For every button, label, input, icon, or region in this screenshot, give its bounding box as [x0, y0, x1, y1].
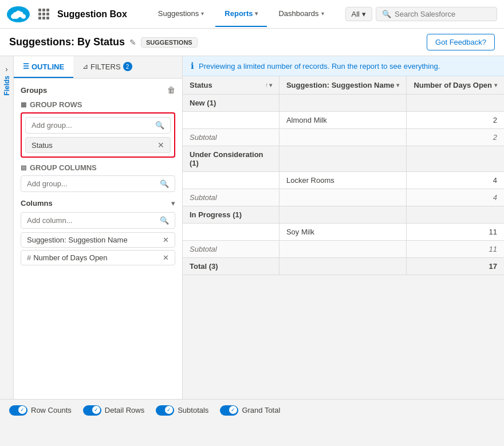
page-title: Suggestions: By Status — [9, 36, 125, 48]
info-message: Previewing a limited number of records. … — [199, 62, 440, 71]
suggestion-name-dropdown-icon[interactable]: ▾ — [396, 82, 399, 88]
filter-count-badge: 2 — [123, 62, 132, 71]
days-open-dropdown-icon[interactable]: ▾ — [494, 82, 497, 88]
table-row: Subtotal 2 — [183, 129, 504, 146]
subtotal-new-days: 2 — [407, 129, 504, 146]
panel-content: Groups 🗑 ▦ GROUP ROWS Add group... 🔍 Sta… — [14, 79, 182, 399]
report-table: Status ↑ ▾ Suggestion: Suggestion Name ▾ — [183, 76, 504, 399]
locker-rooms-cell: Locker Rooms — [279, 172, 407, 189]
tab-filters[interactable]: ⊿ FILTERS 2 — [73, 56, 141, 78]
col-suggestion-name: Suggestion: Suggestion Name ▾ — [279, 76, 407, 95]
table-row: Total (3) 17 — [183, 258, 504, 275]
main-nav: Suggestions ▾ Reports ▾ Dashboards ▾ — [149, 2, 333, 27]
title-bar: Suggestions: By Status ✎ SUGGESTIONS Got… — [0, 29, 504, 56]
panel-tabs: ☰ OUTLINE ⊿ FILTERS 2 — [14, 56, 182, 79]
grand-total-toggle-item: Grand Total — [220, 405, 280, 416]
soy-milk-cell: Soy Milk — [279, 224, 407, 241]
search-input[interactable] — [395, 10, 491, 18]
table-row: Subtotal 11 — [183, 241, 504, 258]
add-group-rows-input[interactable]: Add group... 🔍 — [25, 117, 171, 134]
tab-outline[interactable]: ☰ OUTLINE — [14, 56, 73, 78]
all-chevron-icon: ▾ — [362, 10, 366, 18]
subtotal-consideration-label: Subtotal — [183, 189, 279, 206]
table-row: Almond Milk 2 — [183, 112, 504, 129]
remove-column-0-button[interactable]: ✕ — [163, 236, 169, 244]
nav-suggestions[interactable]: Suggestions ▾ — [149, 2, 214, 27]
subtotals-label: Subtotals — [178, 406, 208, 414]
col-status: Status ↑ ▾ — [183, 76, 279, 95]
table-row: Soy Milk 11 — [183, 224, 504, 241]
app-name: Suggestion Box — [57, 9, 127, 19]
reports-chevron-icon: ▾ — [255, 10, 258, 17]
col-days-open: Number of Days Open ▾ — [407, 76, 504, 95]
bottom-bar: Row Counts Detail Rows Subtotals Grand T… — [0, 399, 504, 421]
group-new-label: New (1) — [183, 95, 279, 112]
nav-reports[interactable]: Reports ▾ — [215, 2, 267, 27]
subtotal-inprogress-days: 11 — [407, 241, 504, 258]
status-dropdown-icon[interactable]: ▾ — [269, 82, 272, 88]
app-switcher[interactable] — [36, 6, 52, 22]
detail-rows-toggle[interactable] — [83, 405, 101, 416]
search-column-icon: 🔍 — [160, 216, 169, 225]
group-columns-table-icon: ▤ — [21, 164, 26, 171]
group-rows-label: ▦ GROUP ROWS — [21, 100, 175, 109]
top-navigation: Suggestion Box Suggestions ▾ Reports ▾ D… — [0, 0, 504, 29]
almond-milk-days: 2 — [407, 112, 504, 129]
fields-panel-toggle[interactable]: › Fields — [0, 56, 14, 399]
main-layout: › Fields ☰ OUTLINE ⊿ FILTERS 2 Groups 🗑 — [0, 56, 504, 399]
table-row: Locker Rooms 4 — [183, 172, 504, 189]
group-rows-table-icon: ▦ — [21, 101, 26, 108]
table-row: In Progress (1) — [183, 206, 504, 224]
group-columns-label: ▤ GROUP COLUMNS — [21, 163, 175, 172]
grand-total-label: Grand Total — [242, 406, 280, 414]
subtotal-inprogress-label: Subtotal — [183, 241, 279, 258]
table-row: Under Consideration (1) — [183, 146, 504, 172]
status-sort-icon: ↑ — [265, 82, 268, 88]
search-bar[interactable]: 🔍 — [376, 7, 497, 21]
nav-dashboards[interactable]: Dashboards ▾ — [269, 2, 333, 27]
group-consideration-label: Under Consideration (1) — [183, 146, 279, 172]
row-counts-toggle-item: Row Counts — [9, 405, 72, 416]
svg-point-4 — [16, 10, 21, 15]
almond-milk-cell: Almond Milk — [279, 112, 407, 129]
group-inprogress-label: In Progress (1) — [183, 206, 279, 224]
remove-column-1-button[interactable]: ✕ — [163, 253, 169, 262]
salesforce-logo[interactable] — [7, 6, 30, 22]
report-type-badge: SUGGESTIONS — [141, 37, 198, 48]
detail-rows-toggle-item: Detail Rows — [83, 405, 144, 416]
row-counts-label: Row Counts — [31, 406, 72, 414]
row-counts-toggle[interactable] — [9, 405, 27, 416]
column-suggestion-name: Suggestion: Suggestion Name ✕ — [21, 232, 175, 248]
dashboards-chevron-icon: ▾ — [321, 10, 324, 17]
search-group-col-icon: 🔍 — [160, 179, 169, 188]
column-days-open: #Number of Days Open ✕ — [21, 250, 175, 265]
edit-icon[interactable]: ✎ — [129, 38, 136, 47]
table-row: Subtotal 4 — [183, 189, 504, 206]
total-days: 17 — [407, 258, 504, 275]
remove-status-group-button[interactable]: ✕ — [158, 140, 164, 150]
locker-rooms-days: 4 — [407, 172, 504, 189]
data-table: Status ↑ ▾ Suggestion: Suggestion Name ▾ — [183, 76, 504, 275]
add-column-input[interactable]: Add column... 🔍 — [21, 212, 175, 229]
groups-section-title: Groups — [21, 86, 47, 95]
columns-section-header: Columns ▾ — [21, 199, 175, 208]
subtotals-toggle[interactable] — [156, 405, 174, 416]
table-row: New (1) — [183, 95, 504, 112]
total-label: Total (3) — [183, 258, 279, 275]
status-group-tag: Status ✕ — [25, 137, 171, 153]
soy-milk-days: 11 — [407, 224, 504, 241]
feedback-button[interactable]: Got Feedback? — [427, 34, 495, 50]
fields-arrow-icon: › — [6, 65, 8, 73]
groups-delete-icon[interactable]: 🗑 — [167, 85, 175, 95]
left-panel: ☰ OUTLINE ⊿ FILTERS 2 Groups 🗑 ▦ GROUP R… — [14, 56, 183, 399]
suggestions-chevron-icon: ▾ — [201, 10, 204, 17]
group-rows-box: Add group... 🔍 Status ✕ — [21, 112, 175, 158]
all-dropdown[interactable]: All ▾ — [345, 7, 372, 21]
grand-total-toggle[interactable] — [220, 405, 238, 416]
search-icon: 🔍 — [382, 10, 391, 18]
columns-expand-icon[interactable]: ▾ — [171, 199, 175, 208]
info-icon: ℹ — [191, 61, 194, 71]
search-area: All ▾ 🔍 — [341, 7, 497, 21]
filter-icon: ⊿ — [82, 62, 88, 71]
add-group-columns-input[interactable]: Add group... 🔍 — [21, 175, 175, 192]
